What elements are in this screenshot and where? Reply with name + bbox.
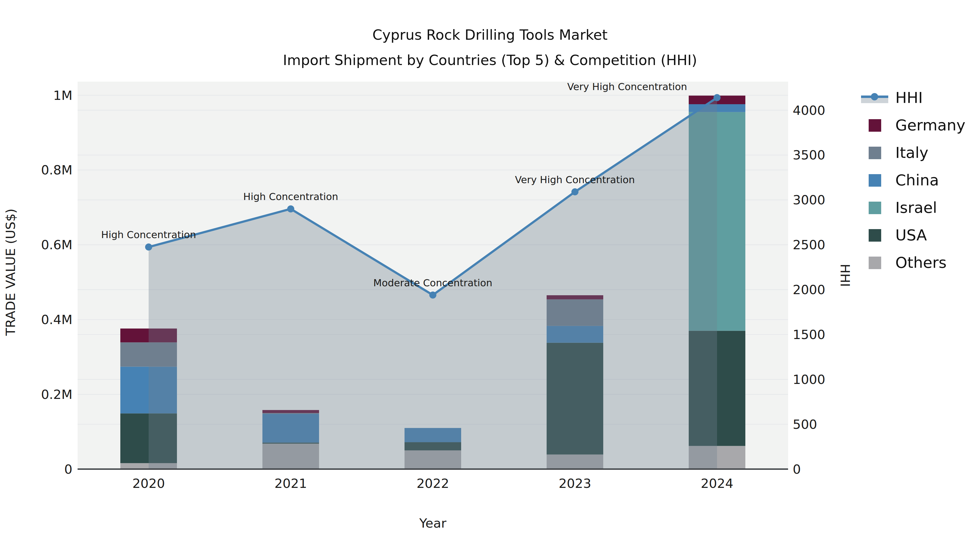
legend-hhi-marker-sample <box>871 93 878 100</box>
legend-swatch-germany <box>861 117 891 133</box>
left-tick-label: 0.6M <box>41 237 72 252</box>
legend-label-china: China <box>895 173 939 188</box>
right-tick-label: 0 <box>793 462 801 477</box>
left-tick-label: 0 <box>64 462 72 477</box>
annotation-2020: High Concentration <box>101 229 196 240</box>
legend-swatch-hhi <box>861 90 891 106</box>
legend-color-swatch-usa <box>869 229 881 241</box>
legend-color-swatch-israel <box>869 202 881 214</box>
annotation-2023: Very High Concentration <box>515 174 635 185</box>
legend-color-swatch-italy <box>869 147 881 159</box>
annotation-2024: Very High Concentration <box>567 81 687 92</box>
right-tick-label: 3500 <box>793 148 826 162</box>
hhi-point-2020 <box>145 243 152 251</box>
legend-item-hhi: HHI <box>861 90 965 106</box>
right-tick-label: 2500 <box>793 237 826 252</box>
legend: HHIGermanyItalyChinaIsraelUSAOthers <box>861 90 965 282</box>
legend-swatch-italy <box>861 145 891 160</box>
legend-color-swatch-others <box>869 257 881 269</box>
legend-item-germany: Germany <box>861 117 965 133</box>
hhi-point-2024 <box>713 94 721 101</box>
hhi-point-2022 <box>429 291 436 299</box>
legend-label-italy: Italy <box>895 145 929 160</box>
legend-color-swatch-china <box>869 174 881 187</box>
legend-item-italy: Italy <box>861 145 965 160</box>
y-axis-title-left: TRADE VALUE (US$) <box>4 208 17 335</box>
x-axis-title: Year <box>419 517 447 529</box>
legend-swatch-usa <box>861 227 891 243</box>
left-tick-label: 0.2M <box>41 387 72 402</box>
legend-item-china: China <box>861 172 965 188</box>
legend-label-hhi: HHI <box>895 90 923 105</box>
legend-label-usa: USA <box>895 227 927 243</box>
figure: Cyprus Rock Drilling Tools Market Import… <box>0 0 980 551</box>
right-tick-label: 1000 <box>793 372 826 387</box>
hhi-point-2023 <box>571 188 579 195</box>
legend-item-usa: USA <box>861 227 965 243</box>
legend-item-others: Others <box>861 255 965 270</box>
right-tick-label: 2000 <box>793 282 826 297</box>
right-tick-label: 3000 <box>793 192 826 207</box>
hhi-point-2021 <box>287 205 294 213</box>
legend-swatch-china <box>861 172 891 188</box>
right-tick-label: 1500 <box>793 327 826 342</box>
legend-color-swatch-germany <box>869 119 881 132</box>
x-tick-label-2020: 2020 <box>132 476 165 491</box>
right-tick-label: 4000 <box>793 103 826 118</box>
legend-label-germany: Germany <box>895 118 965 133</box>
legend-label-others: Others <box>895 255 947 270</box>
right-tick-label: 500 <box>793 417 817 432</box>
y-axis-title-right: HHI <box>839 264 851 287</box>
x-tick-label-2022: 2022 <box>417 476 449 491</box>
annotation-2022: Moderate Concentration <box>373 277 492 288</box>
left-tick-label: 0.4M <box>41 312 72 327</box>
x-tick-label-2023: 2023 <box>558 476 591 491</box>
left-tick-label: 1M <box>53 88 72 103</box>
legend-swatch-israel <box>861 200 891 216</box>
left-tick-label: 0.8M <box>41 162 72 178</box>
chart-canvas: High ConcentrationHigh ConcentrationMode… <box>0 0 980 551</box>
legend-label-israel: Israel <box>895 200 937 215</box>
annotation-2021: High Concentration <box>243 191 338 202</box>
x-tick-label-2021: 2021 <box>274 476 307 491</box>
legend-swatch-others <box>861 255 891 270</box>
legend-item-israel: Israel <box>861 200 965 216</box>
x-tick-label-2024: 2024 <box>701 476 733 491</box>
